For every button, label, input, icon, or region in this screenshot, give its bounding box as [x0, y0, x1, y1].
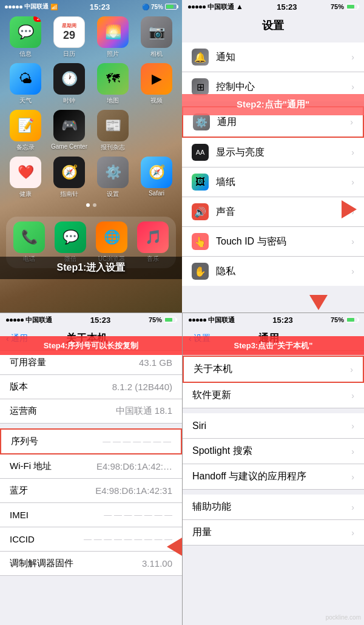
settings-item-display[interactable]: AA 显示与亮度 ›: [182, 138, 364, 167]
general-item-usage[interactable]: 用量 ›: [183, 520, 364, 546]
arrow-right-container: [342, 200, 357, 221]
general-item-about[interactable]: 关于本机 ›: [183, 356, 364, 383]
about-info-list: 可用容量 43.1 GB 版本 8.1.2 (12B440) 运营商 中国联通 …: [0, 351, 182, 576]
separator-5: [183, 408, 364, 413]
step3-overlay: Step3:点击"关于本机": [183, 336, 364, 355]
chevron-accessibility: ›: [351, 502, 354, 512]
control-icon: ⊞: [192, 78, 209, 95]
safari-icon: 🧭: [141, 157, 172, 188]
gamecenter-icon: 🎮: [53, 110, 85, 141]
app-compass[interactable]: 🧭 指南针: [50, 157, 89, 198]
settings-label: 设置: [107, 190, 119, 198]
info-imei: IMEI — — — — — — —: [0, 503, 182, 527]
clock-icon: 🕐: [53, 63, 85, 95]
main-container: 中国联通 📶 15:23 🔵 75% 💬2 信息: [0, 0, 364, 625]
app-notes[interactable]: 📝 备忘录: [6, 110, 45, 152]
general-item-accessibility[interactable]: 辅助功能 ›: [183, 495, 364, 520]
update-label: 软件更新: [192, 389, 351, 402]
info-iccid: ICCID — — — — — — — — —: [0, 527, 182, 552]
app-camera[interactable]: 📷 相机: [137, 16, 176, 58]
version-label: 版本: [10, 381, 112, 393]
page-indicator: [6, 203, 176, 207]
videos-icon: ▶: [141, 63, 172, 95]
app-newsstand[interactable]: 📰 报刊杂志: [93, 110, 132, 152]
app-weather[interactable]: 🌤 天气: [6, 63, 45, 105]
step1-text: Step1:进入设置: [57, 262, 126, 272]
calendar-day: 29: [63, 29, 75, 42]
time-3: 15:23: [90, 316, 110, 325]
health-icon: ❤️: [10, 157, 41, 188]
notes-label: 备忘录: [16, 143, 35, 152]
display-label: 显示与亮度: [216, 146, 351, 159]
wallpaper-label: 墙纸: [216, 176, 351, 189]
settings-item-sound[interactable]: 🔊 声音 ›: [182, 197, 364, 227]
app-safari[interactable]: 🧭 Safari: [137, 157, 176, 198]
app-settings[interactable]: ⚙️ 设置: [93, 157, 132, 198]
about-label: 关于本机: [194, 363, 350, 376]
chevron-notifications: ›: [351, 52, 354, 62]
settings-item-privacy[interactable]: ✋ 隐私 ›: [182, 257, 364, 286]
display-icon: AA: [192, 144, 209, 161]
general-item-handoff[interactable]: Handoff 与建议的应用程序 ›: [183, 464, 364, 490]
time-2: 15:23: [277, 2, 297, 12]
app-videos[interactable]: ▶ 视频: [137, 63, 176, 105]
usage-label: 用量: [192, 526, 351, 539]
operator-value: 中国联通 18.1: [116, 405, 172, 417]
step4-overlay: Step4:序列号可以长按复制: [0, 336, 182, 355]
info-serial[interactable]: 序列号 — — — — — — —: [0, 428, 182, 454]
modem-value: 3.11.00: [142, 558, 172, 569]
health-label: 健康: [19, 190, 32, 198]
icon-row-1: 💬2 信息 星期周 29 日历 🌅 照片 📷 相机: [6, 16, 176, 58]
general-list: 关于本机 › 软件更新 ›: [183, 356, 364, 408]
privacy-label: 隐私: [216, 265, 351, 278]
bluetooth-label: 蓝牙: [10, 485, 95, 496]
settings-group-2: ⚙️ 通用 › AA 显示与亮度 › 🖼 墙纸 › 🔊 声音 › 👆 To: [182, 106, 364, 286]
settings-group-1: 🔔 通知 › ⊞ 控制中心 ›: [182, 42, 364, 101]
general-item-update[interactable]: 软件更新 ›: [183, 383, 364, 408]
notes-icon: 📝: [10, 110, 41, 141]
operator-label: 运营商: [10, 405, 116, 417]
chevron-privacy: ›: [351, 266, 354, 276]
serial-label: 序列号: [11, 436, 103, 447]
privacy-icon: ✋: [192, 263, 209, 280]
app-calendar[interactable]: 星期周 29 日历: [50, 16, 89, 58]
general-settings-icon: ⚙️: [193, 113, 210, 130]
wechat-icon: 💬: [55, 221, 86, 253]
weather-label: 天气: [19, 96, 32, 105]
status-left-3: 中国联通: [6, 316, 52, 325]
time-4: 15:23: [272, 316, 292, 325]
status-right-1: 🔵 75%: [142, 4, 177, 10]
app-maps[interactable]: 🗺 地图: [93, 63, 132, 105]
app-clock[interactable]: 🕐 时钟: [50, 63, 89, 105]
app-photos[interactable]: 🌅 照片: [93, 16, 132, 58]
imei-value: — — — — — — —: [104, 510, 172, 519]
app-gamecenter[interactable]: 🎮 Game Center: [50, 110, 89, 152]
settings-item-notifications[interactable]: 🔔 通知 ›: [182, 42, 364, 72]
imei-label: IMEI: [10, 510, 104, 520]
settings-item-wallpaper[interactable]: 🖼 墙纸 ›: [182, 167, 364, 197]
status-bar-4: 中国联通 15:23 75%: [183, 313, 364, 326]
general-item-spotlight[interactable]: Spotlight 搜索 ›: [183, 439, 364, 464]
settings-item-touchid[interactable]: 👆 Touch ID 与密码 ›: [182, 227, 364, 257]
chevron-update: ›: [351, 391, 354, 400]
time-1: 15:23: [90, 2, 110, 12]
general-item-siri[interactable]: Siri ›: [183, 413, 364, 439]
panel1-homescreen: 中国联通 📶 15:23 🔵 75% 💬2 信息: [0, 0, 182, 312]
camera-icon: 📷: [141, 16, 172, 48]
bluetooth-icon-1: 🔵: [142, 4, 149, 10]
bluetooth-value: E4:98:D6:1A:42:31: [95, 485, 172, 496]
arrow-left-container: [167, 538, 182, 558]
signal-3: [6, 319, 24, 322]
icon-row-3: 📝 备忘录 🎮 Game Center 📰 报刊杂志: [6, 110, 176, 152]
app-messages[interactable]: 💬2 信息: [6, 16, 45, 58]
capacity-label: 可用容量: [10, 357, 139, 368]
carrier-1: 中国联通: [24, 2, 49, 11]
chevron-about: ›: [350, 365, 353, 374]
app-health[interactable]: ❤️ 健康: [6, 157, 45, 198]
calendar-icon: 星期周 29: [53, 16, 85, 48]
watermark-text: pockline.com: [326, 614, 361, 621]
spotlight-label: Spotlight 搜索: [192, 445, 351, 458]
battery-icon-4: [346, 317, 358, 323]
page-dot-active: [86, 203, 90, 207]
sound-icon: 🔊: [192, 203, 209, 220]
